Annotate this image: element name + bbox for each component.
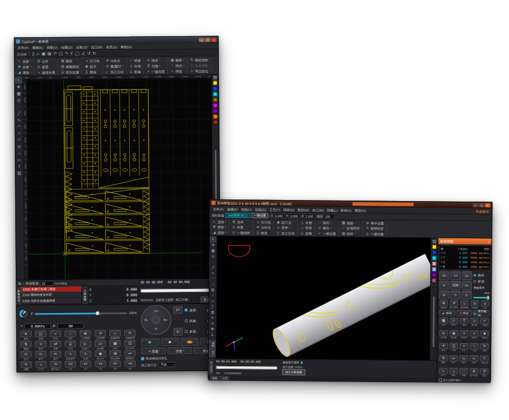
w-home-button[interactable]: ↻W轴回零 — [123, 330, 137, 340]
ribbon-item[interactable]: ∠一键测量 — [365, 231, 384, 236]
layer-color-swatch[interactable] — [213, 86, 217, 91]
menu-item[interactable]: 加工(M) — [91, 44, 103, 49]
transform-icon[interactable]: ✥ — [15, 83, 22, 90]
snap-circle-icon[interactable]: ◯ — [75, 51, 79, 55]
close-jaw-button[interactable]: ◗关夹爪 — [470, 330, 479, 339]
ribbon-item[interactable]: ⊞合并 — [232, 219, 250, 225]
alarm-tab[interactable]: 报警信息 — [16, 287, 21, 304]
ribbon-item[interactable]: ⊚圆/圆切▾ — [105, 63, 124, 68]
open-jaw-button[interactable]: ◖开夹爪 — [460, 330, 469, 339]
oxygen-button[interactable]: O₂氧气 — [34, 351, 48, 360]
arc-icon[interactable]: ◠ — [16, 123, 22, 129]
rect-icon[interactable]: ▭ — [210, 298, 216, 304]
radio-icon[interactable] — [473, 274, 476, 276]
calibrate-button[interactable]: ≡标定 — [78, 350, 92, 360]
save-file-icon[interactable]: ▣ — [42, 52, 46, 56]
menu-item[interactable]: 对象(O) — [76, 44, 87, 49]
jog-Z--button[interactable]: Z- — [462, 291, 472, 299]
point-icon[interactable]: · — [210, 259, 216, 265]
simulate-button[interactable]: ▦仿真 — [108, 340, 122, 350]
snap-y-icon[interactable]: Y — [70, 51, 73, 55]
ribbon-item[interactable]: ∩桥接 — [129, 58, 141, 63]
process-selected-button[interactable]: ☑加工选中 — [123, 340, 137, 350]
radio-icon[interactable] — [185, 330, 188, 333]
3d-canvas[interactable] — [216, 236, 431, 360]
menu-item[interactable]: 编辑(E) — [32, 45, 43, 50]
k2-button[interactable]: K2K2 — [64, 361, 77, 371]
after-select[interactable]: 不动▾ — [158, 362, 176, 367]
air-button[interactable]: Air空气 — [19, 351, 33, 360]
ribbon-item[interactable]: ▦群组 — [61, 58, 79, 63]
auto-feed-button[interactable]: ⇧自动上料 — [480, 355, 489, 364]
layer-color-swatch[interactable] — [213, 92, 217, 96]
radio-icon[interactable] — [185, 319, 188, 322]
text-icon[interactable]: T — [16, 163, 22, 169]
jog-Y--button[interactable]: Y- — [450, 291, 461, 299]
ribbon-item[interactable]: ≡排序▾ — [276, 225, 295, 230]
canvas-tab[interactable]: 绘图 — [209, 341, 215, 349]
frame-button[interactable]: ▭走边框 — [93, 340, 107, 350]
light-button[interactable]: ☼照明 — [449, 368, 458, 377]
ribbon-item[interactable]: ☑优化处理 — [61, 69, 79, 74]
ring2-icon[interactable]: ◎ — [16, 143, 22, 149]
jog-y-minus[interactable]: Y- — [155, 327, 158, 330]
jog-Z+-button[interactable]: Z+ — [462, 271, 472, 280]
ribbon-item[interactable]: ❄冷却点 — [105, 58, 124, 63]
smooth-icon[interactable]: ∿ — [16, 117, 22, 123]
field-input[interactable]: 100 — [323, 214, 334, 218]
measure2-icon[interactable]: ∠ — [209, 332, 215, 338]
minimize-button[interactable]: – — [472, 203, 478, 207]
layer-color-swatch[interactable] — [213, 97, 217, 102]
ribbon-item[interactable]: ◎焦点控制 — [190, 63, 208, 68]
field-input[interactable]: 0.000 — [289, 213, 300, 218]
lock-motor-button[interactable]: ■锁电机 — [480, 330, 489, 339]
cursor-icon[interactable]: ↖ — [210, 237, 216, 242]
jog-Y+-button[interactable]: Y+ — [450, 271, 461, 280]
edge-seek-button[interactable]: ∠寻边 — [64, 341, 77, 350]
jog-mode-row[interactable]: 连续 — [473, 272, 490, 277]
line-icon[interactable]: ╱ — [210, 265, 216, 270]
return-mark-button[interactable]: ↩返回标记 — [123, 350, 137, 360]
height-adjust-button[interactable]: ✎调高 — [19, 361, 33, 371]
view-icon[interactable]: ◎ — [15, 97, 22, 103]
ribbon-item[interactable]: ↻旋转标定 — [365, 226, 384, 231]
pencil-icon[interactable]: ✎ — [209, 315, 215, 321]
menu-item[interactable]: 工艺(T) — [269, 207, 280, 212]
ribbon-item[interactable]: ▧解散群组 — [61, 64, 79, 69]
text-icon[interactable]: T — [210, 304, 216, 310]
ribbon-item[interactable]: ▷加工方向 — [276, 231, 295, 236]
image-icon[interactable]: ▨ — [210, 310, 216, 315]
jog-z-minus[interactable]: Z- — [174, 328, 183, 335]
menu-item[interactable]: 帮助(H) — [354, 208, 365, 213]
alarm-row[interactable]: E010 随动标定未标定 — [21, 292, 81, 298]
layer-color-swatch[interactable] — [213, 80, 217, 85]
ribbon-item[interactable]: ∩桥接 — [300, 226, 312, 231]
jog-X--button[interactable]: X- — [439, 281, 449, 290]
ribbon-item[interactable]: ±补偿 — [300, 220, 312, 225]
layer-color-swatch[interactable] — [432, 278, 436, 283]
view-next-icon[interactable]: ↻ — [93, 51, 96, 55]
layer-color-swatch[interactable] — [432, 261, 436, 266]
redo-icon[interactable]: ↷ — [65, 51, 68, 55]
grid-icon[interactable]: ▦ — [210, 248, 216, 254]
menu-item[interactable]: 视图(V) — [241, 207, 252, 212]
ribbon-item[interactable]: ∷阵列▾ — [318, 220, 336, 226]
feedrate-slider[interactable] — [35, 313, 127, 315]
undo-icon[interactable]: ↶ — [53, 51, 57, 55]
ribbon-item[interactable]: ↖选择▾ — [17, 59, 31, 64]
ribbon-item[interactable]: ≡排序▾ — [147, 58, 165, 63]
resume-button[interactable]: ▶|断点继续 — [473, 310, 490, 316]
calibrate-button[interactable]: ≡标定 — [480, 300, 490, 309]
machine-origin-button[interactable]: ⌂回机械原点 — [460, 300, 469, 309]
layers-icon[interactable]: ▤ — [213, 75, 217, 79]
power-knob[interactable] — [19, 309, 29, 319]
menu-item[interactable]: 测量(L) — [327, 207, 337, 212]
ribbon-item[interactable]: ✓一键设置 — [147, 69, 165, 74]
ribbon-item[interactable]: ⊞合并 — [37, 58, 55, 63]
jog-y-plus[interactable]: Y+ — [154, 309, 158, 313]
layers-icon[interactable]: ▤ — [433, 239, 437, 243]
circle-icon[interactable]: ○ — [16, 130, 22, 136]
layer-color-swatch[interactable] — [432, 267, 436, 271]
jog-X+-button[interactable]: X+ — [462, 281, 472, 290]
work-origin-button[interactable]: ↺回工件原点 — [449, 300, 459, 309]
